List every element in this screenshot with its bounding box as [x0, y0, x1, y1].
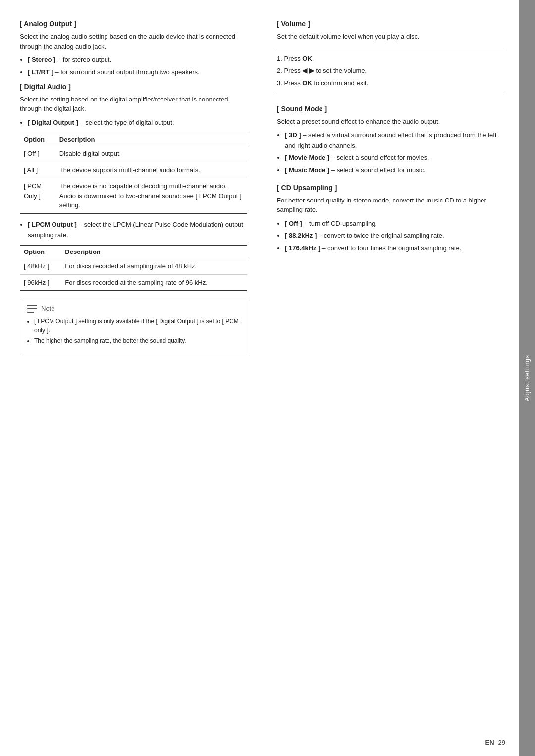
table-cell-desc: The device supports multi-channel audio … — [55, 162, 247, 178]
list-item: [ LT/RT ] – for surround sound output th… — [28, 67, 247, 78]
note-icon — [27, 305, 37, 313]
analog-output-title: [ Analog Output ] — [20, 20, 247, 28]
note-item: [ LPCM Output ] setting is only availabl… — [34, 317, 240, 335]
item-label: [ 176.4kHz ] — [285, 244, 321, 252]
sound-mode-section: [ Sound Mode ] Select a preset sound eff… — [277, 105, 504, 176]
note-box: Note [ LPCM Output ] setting is only ava… — [20, 299, 247, 355]
table-cell-option: [ Off ] — [20, 146, 55, 162]
note-label: Note — [41, 304, 54, 314]
sound-mode-desc: Select a preset sound effect to enhance … — [277, 117, 504, 127]
volume-desc: Set the default volume level when you pl… — [277, 32, 504, 42]
item-desc: – for stereo output. — [57, 56, 111, 63]
table-cell-option: [ All ] — [20, 162, 55, 178]
cd-upsampling-desc: For better sound quality in stereo mode,… — [277, 196, 504, 215]
table-cell-desc: For discs recorded at the sampling rate … — [61, 274, 247, 291]
item-label: [ LPCM Output ] — [28, 221, 77, 228]
table-row: [ 96kHz ] For discs recorded at the samp… — [20, 274, 247, 291]
digital-audio-title: [ Digital Audio ] — [20, 83, 247, 91]
step-item: 1. Press OK. — [277, 54, 504, 64]
analog-output-section: [ Analog Output ] Select the analog audi… — [20, 20, 247, 78]
table-row: [ Off ] Disable digital output. — [20, 146, 247, 162]
item-label: [ Music Mode ] — [285, 166, 329, 174]
col-description: Description — [55, 133, 247, 146]
lpcm-section: [ LPCM Output ] – select the LPCM (Linea… — [20, 220, 247, 291]
lpcm-list: [ LPCM Output ] – select the LPCM (Linea… — [28, 220, 247, 241]
volume-section: [ Volume ] Set the default volume level … — [277, 20, 504, 95]
sidebar: Adjust settings — [519, 0, 535, 756]
item-label: [ Digital Output ] — [28, 119, 78, 126]
table-cell-desc: Disable digital output. — [55, 146, 247, 162]
item-label: [ Stereo ] — [28, 56, 55, 63]
table-cell-desc: For discs recorded at sampling rate of 4… — [61, 258, 247, 275]
analog-output-list: [ Stereo ] – for stereo output. [ LT/RT … — [28, 55, 247, 78]
list-item: [ LPCM Output ] – select the LPCM (Linea… — [28, 220, 247, 241]
footer: EN 29 — [485, 739, 505, 746]
footer-lang: EN — [485, 739, 494, 746]
cd-upsampling-title: [ CD Upsampling ] — [277, 184, 504, 192]
list-item: [ 3D ] – select a virtual surround sound… — [285, 130, 504, 151]
list-item: [ Movie Mode ] – select a sound effect f… — [285, 153, 504, 163]
list-item: [ 176.4kHz ] – convert to four times the… — [285, 243, 504, 253]
digital-audio-section: [ Digital Audio ] Select the setting bas… — [20, 83, 247, 214]
cd-upsampling-section: [ CD Upsampling ] For better sound quali… — [277, 184, 504, 253]
table-row: [ PCM Only ] The device is not capable o… — [20, 178, 247, 214]
divider — [277, 48, 504, 48]
item-label: [ Movie Mode ] — [285, 154, 329, 161]
main-content: [ Analog Output ] Select the analog audi… — [0, 0, 519, 756]
item-label: [ 88.2kHz ] — [285, 232, 317, 239]
col-description: Description — [61, 246, 247, 258]
table-row: [ All ] The device supports multi-channe… — [20, 162, 247, 178]
list-item: [ Music Mode ] – select a sound effect f… — [285, 165, 504, 176]
list-item: [ Digital Output ] – select the type of … — [28, 118, 247, 128]
table-cell-option: [ PCM Only ] — [20, 178, 55, 214]
note-header: Note — [27, 304, 240, 314]
table-cell-option: [ 96kHz ] — [20, 274, 61, 291]
sidebar-label: Adjust settings — [524, 355, 531, 401]
list-item: [ Stereo ] – for stereo output. — [28, 55, 247, 65]
step-item: 3. Press OK to confirm and exit. — [277, 78, 504, 89]
item-desc: – select a sound effect for music. — [331, 166, 426, 174]
step-text: Press OK to confirm and exit. — [284, 79, 368, 87]
item-label: [ 3D ] — [285, 131, 301, 139]
digital-audio-list: [ Digital Output ] – select the type of … — [28, 118, 247, 128]
table-cell-option: [ 48kHz ] — [20, 258, 61, 275]
item-label: [ LT/RT ] — [28, 68, 54, 76]
volume-steps: 1. Press OK. 2. Press ◀ ▶ to set the vol… — [277, 54, 504, 89]
step-num: 2. — [277, 67, 282, 74]
item-desc: – select a virtual surround sound effect… — [285, 131, 497, 149]
col-option: Option — [20, 246, 61, 258]
right-column: [ Volume ] Set the default volume level … — [272, 20, 504, 736]
volume-title: [ Volume ] — [277, 20, 504, 28]
sound-mode-title: [ Sound Mode ] — [277, 105, 504, 113]
step-num: 3. — [277, 79, 282, 87]
note-item: The higher the sampling rate, the better… — [34, 336, 240, 345]
page-container: [ Analog Output ] Select the analog audi… — [0, 0, 535, 756]
step-text: Press OK. — [284, 55, 314, 62]
lpcm-table: Option Description [ 48kHz ] For discs r… — [20, 245, 247, 291]
item-desc: – select a sound effect for movies. — [331, 154, 429, 161]
step-text: Press ◀ ▶ to set the volume. — [284, 67, 367, 74]
divider — [277, 95, 504, 95]
digital-audio-desc: Select the setting based on the digital … — [20, 95, 247, 114]
item-label: [ Off ] — [285, 220, 302, 227]
note-list: [ LPCM Output ] setting is only availabl… — [34, 317, 240, 345]
step-num: 1. — [277, 55, 282, 62]
list-item: [ Off ] – turn off CD-upsampling. — [285, 219, 504, 229]
item-desc: – turn off CD-upsampling. — [304, 220, 377, 227]
col-option: Option — [20, 133, 55, 146]
step-item: 2. Press ◀ ▶ to set the volume. — [277, 66, 504, 76]
table-cell-desc: The device is not capable of decoding mu… — [55, 178, 247, 214]
digital-audio-table: Option Description [ Off ] Disable digit… — [20, 133, 247, 214]
cd-upsampling-list: [ Off ] – turn off CD-upsampling. [ 88.2… — [285, 219, 504, 253]
left-column: [ Analog Output ] Select the analog audi… — [20, 20, 257, 736]
footer-page: 29 — [498, 739, 505, 746]
item-desc: – for surround sound output through two … — [55, 68, 199, 76]
analog-output-desc: Select the analog audio setting based on… — [20, 32, 247, 51]
item-desc: – convert to twice the original sampling… — [319, 232, 444, 239]
item-desc: – select the type of digital output. — [80, 119, 174, 126]
sound-mode-list: [ 3D ] – select a virtual surround sound… — [285, 130, 504, 175]
table-row: [ 48kHz ] For discs recorded at sampling… — [20, 258, 247, 275]
item-desc: – convert to four times the original sam… — [322, 244, 461, 252]
list-item: [ 88.2kHz ] – convert to twice the origi… — [285, 231, 504, 241]
